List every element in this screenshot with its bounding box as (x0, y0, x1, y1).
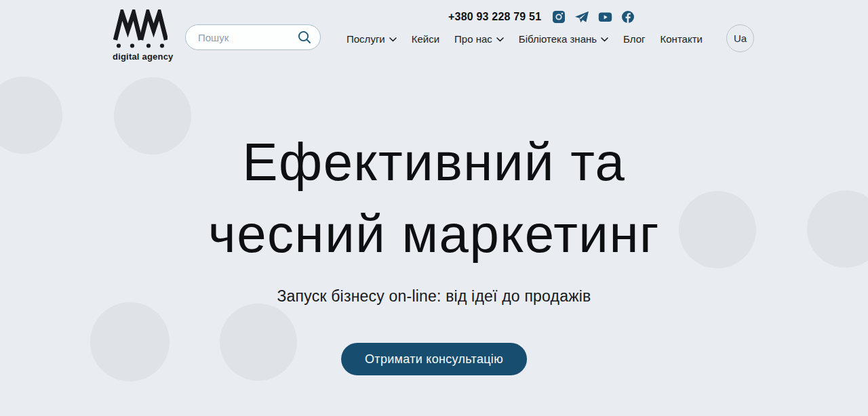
telegram-icon[interactable] (574, 10, 589, 24)
main-nav: Послуги Кейси Про нас Бібліотека знань Б… (347, 30, 703, 47)
logo[interactable]: digital agency (113, 9, 168, 62)
get-consultation-button[interactable]: Отримати консультацію (341, 343, 527, 375)
nav-label: Про нас (454, 33, 492, 45)
nav-item-blog[interactable]: Блог (623, 33, 645, 45)
logo-mm-icon (113, 9, 167, 49)
hero-title: Ефективний та чесний маркетинг (0, 126, 868, 270)
hero-title-line2: чесний маркетинг (208, 204, 660, 264)
chevron-down-icon (601, 37, 608, 42)
nav-item-keisy[interactable]: Кейси (412, 33, 439, 45)
hero-title-line1: Ефективний та (243, 132, 626, 192)
search-icon[interactable] (297, 30, 312, 45)
nav-item-biblioteka-znan[interactable]: Бібліотека знань (519, 33, 608, 45)
chevron-down-icon (496, 37, 504, 42)
nav-item-kontakty[interactable]: Контакти (660, 33, 703, 45)
instagram-icon[interactable] (552, 10, 566, 24)
nav-label: Блог (623, 33, 645, 45)
header-topline: +380 93 228 79 51 (448, 8, 635, 26)
nav-label: Кейси (412, 33, 439, 45)
language-switcher[interactable]: Ua (726, 24, 754, 52)
decorative-circle (220, 304, 297, 381)
nav-item-pro-nas[interactable]: Про нас (454, 33, 504, 45)
social-links (552, 10, 635, 24)
nav-item-poslugy[interactable]: Послуги (347, 33, 397, 45)
nav-label: Контакти (660, 33, 703, 45)
chevron-down-icon (389, 37, 397, 42)
facebook-icon[interactable] (621, 10, 635, 24)
search-box[interactable] (185, 24, 321, 50)
phone-link[interactable]: +380 93 228 79 51 (448, 11, 541, 23)
hero-subtitle: Запуск бізнесу on-line: від ідеї до прод… (0, 287, 868, 306)
youtube-icon[interactable] (598, 10, 612, 24)
logo-tagline: digital agency (113, 51, 168, 62)
search-input[interactable] (198, 32, 297, 43)
decorative-circle (90, 302, 170, 381)
nav-label: Послуги (347, 33, 385, 45)
nav-label: Бібліотека знань (519, 33, 597, 45)
